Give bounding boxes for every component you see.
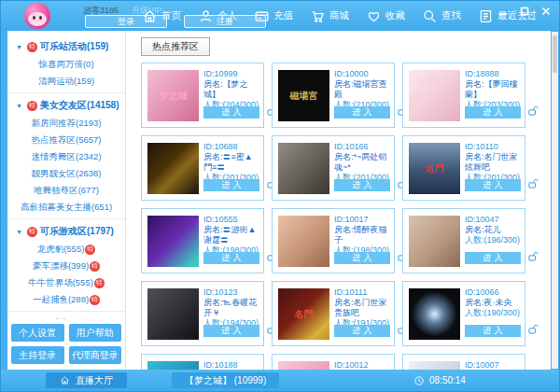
collapse-arrow-icon[interactable]: ▼	[16, 44, 24, 50]
recharge-icon	[254, 8, 270, 24]
collapse-arrow-icon[interactable]: ▼	[16, 103, 24, 109]
sidebar-group-header[interactable]: ▼特可乐游戏区(1797)	[7, 222, 125, 241]
sidebar-button-用户帮助[interactable]: 用户帮助	[69, 324, 122, 342]
room-id: ID:10066	[465, 287, 522, 298]
nav-item-查找[interactable]: 查找	[422, 8, 461, 24]
sidebar-item[interactable]: 迷情秀舞区(2342)	[7, 148, 125, 165]
sidebar-item[interactable]: 一起捕鱼(288)特	[7, 291, 125, 308]
room-thumbnail[interactable]: 磁場宮	[278, 70, 329, 121]
room-id: ID:18888	[465, 69, 522, 79]
room-thumbnail[interactable]: 倾城之恋	[278, 361, 329, 370]
room-id: ID:10555	[203, 215, 260, 225]
room-card: ID:18888房名:【夢回樓蘭】人数:(203/300)进入	[402, 63, 525, 128]
room-card: ID:10007房名:×亲×爱『大明星』进入	[402, 354, 525, 370]
sidebar-item[interactable]: 清网运动(159)	[7, 73, 125, 90]
room-name: 房名:名门世家贵族吧	[334, 298, 391, 318]
sidebar-item[interactable]: 高薪招募美女主播(651)	[7, 199, 125, 216]
room-thumbnail[interactable]	[409, 216, 460, 267]
sidebar-footer: 个人设置用户帮助主持登录代理商登录	[7, 319, 125, 370]
enter-room-button[interactable]: 进入	[203, 252, 259, 264]
room-grid: 梦之城ID:10999房名:【梦之城】人数:(204/300)进入磁場宮ID:1…	[141, 63, 551, 370]
lock-open-icon	[527, 104, 539, 120]
sidebar-item[interactable]: 豪车漂移(399)特	[7, 258, 125, 274]
sidebar-item[interactable]: 唯舞独尊区(677)	[7, 182, 125, 199]
lock-open-icon	[527, 249, 539, 266]
vertical-scrollbar[interactable]	[552, 32, 558, 369]
close-icon[interactable]	[541, 7, 551, 16]
room-card: 梦之城ID:10999房名:【梦之城】人数:(204/300)进入	[141, 63, 264, 128]
room-card: 磁場宮ID:10000房名:磁場宮查殿人数:(210/300)进入	[272, 63, 395, 128]
sidebar-item[interactable]: 龙虎豹(555)特	[7, 241, 125, 258]
room-thumbnail[interactable]: 梦之城	[147, 70, 199, 121]
enter-room-button[interactable]: 进入	[465, 325, 521, 337]
room-thumbnail[interactable]: 名門	[278, 288, 329, 340]
room-name: 房名:磁場宮查殿	[334, 79, 391, 100]
nav-item-充值[interactable]: 充值	[254, 8, 293, 24]
enter-room-button[interactable]: 进入	[334, 106, 390, 119]
sidebar-group-header[interactable]: ▼特美女交友区(14158)	[7, 96, 125, 115]
room-thumbnail[interactable]	[278, 216, 329, 267]
sidebar: ▼特可乐站活动(159)惊喜两万倍(0)清网运动(159)▼特美女交友区(141…	[7, 31, 125, 370]
bottombar: 直播大厅 【梦之城】 (10999) 08:50:14	[1, 370, 559, 391]
enter-room-button[interactable]: 进入	[465, 106, 521, 119]
enter-room-button[interactable]: 进入	[203, 325, 259, 337]
room-name: 房名:【夢回樓蘭】	[465, 79, 522, 100]
room-thumbnail[interactable]	[409, 70, 460, 121]
room-thumbnail[interactable]	[147, 361, 199, 370]
tab-hot-recommend[interactable]: 热点推荐区	[141, 37, 210, 56]
room-thumbnail[interactable]	[409, 361, 460, 370]
lock-open-icon	[527, 322, 539, 339]
room-thumbnail[interactable]	[147, 216, 199, 267]
enter-room-button[interactable]: 进入	[465, 179, 521, 191]
scrollbar-thumb[interactable]	[553, 35, 557, 73]
sidebar-group-header[interactable]: ▼特可乐站活动(159)	[7, 37, 125, 56]
room-thumbnail[interactable]	[147, 288, 199, 340]
room-thumbnail[interactable]	[409, 288, 460, 340]
nav-item-商城[interactable]: 商城	[310, 8, 349, 24]
sidebar-item[interactable]: 热点推荐区(5657)	[7, 132, 125, 148]
home-icon	[142, 8, 158, 24]
sidebar-button-代理商登录[interactable]: 代理商登录	[69, 346, 122, 364]
enter-room-button[interactable]: 进入	[334, 179, 390, 191]
room-id: ID:10007	[465, 360, 522, 370]
room-card: ID:10123房名:℡春暖花开￥人数:(194/300)进入	[141, 281, 264, 346]
enter-room-button[interactable]: 进入	[203, 106, 259, 119]
enter-room-button[interactable]: 进入	[465, 252, 521, 264]
room-people: 人数:(190/300)	[465, 308, 522, 318]
room-card: 名門ID:10111房名:名门世家贵族吧人数:(191/300)进入	[272, 281, 395, 346]
sidebar-item[interactable]: 牛牛世界场(555)特	[7, 274, 125, 291]
room-id: ID:10111	[334, 287, 391, 298]
minimize-icon[interactable]	[498, 7, 508, 16]
special-badge: 特	[27, 42, 37, 52]
sidebar-button-主持登录[interactable]: 主持登录	[11, 346, 64, 364]
nav-item-首页[interactable]: 首页	[142, 8, 181, 24]
clock-time: 08:50:14	[429, 375, 466, 385]
room-name: 房名:〓≡蜜▲門≡〓	[203, 152, 260, 173]
collapse-arrow-icon[interactable]: ▼	[16, 229, 24, 235]
sidebar-button-个人设置[interactable]: 个人设置	[11, 324, 64, 342]
room-card: ID:10166房名:*~两处销魂~*人数:(201/300)进入	[272, 135, 395, 201]
nav-item-收藏[interactable]: 收藏	[366, 8, 405, 24]
room-id: ID:10017	[334, 215, 391, 225]
room-thumbnail[interactable]	[147, 143, 199, 194]
sidebar-item[interactable]: 新房间推荐(2193)	[7, 115, 125, 132]
sidebar-groups: ▼特可乐站活动(159)惊喜两万倍(0)清网运动(159)▼特美女交友区(141…	[7, 31, 125, 319]
enter-room-button[interactable]: 进入	[334, 252, 390, 264]
sidebar-item[interactable]: 靓男靓女区(2638)	[7, 165, 125, 182]
room-id: ID:10688	[203, 142, 260, 152]
nav-item-个人[interactable]: 个人	[198, 8, 237, 24]
person-icon	[198, 8, 214, 24]
room-thumbnail[interactable]: 名門	[409, 143, 460, 194]
sidebar-item[interactable]: 惊喜两万倍(0)	[7, 56, 125, 73]
room-card: 倾城之恋ID:10012房名:倾城之恋人数:(188/300)进入	[272, 354, 395, 370]
room-card: ID:10047房名:花儿人数:(196/300)进入	[402, 208, 525, 273]
room-id: ID:10110	[465, 142, 522, 152]
lobby-button[interactable]: 直播大厅	[46, 372, 127, 388]
enter-room-button[interactable]: 进入	[203, 179, 259, 191]
maximize-icon[interactable]	[520, 7, 529, 16]
current-room-tab[interactable]: 【梦之城】 (10999)	[172, 372, 279, 388]
special-badge: 特	[90, 295, 100, 305]
room-thumbnail[interactable]	[278, 143, 329, 194]
enter-room-button[interactable]: 进入	[334, 325, 390, 337]
lock-open-icon	[527, 176, 539, 193]
